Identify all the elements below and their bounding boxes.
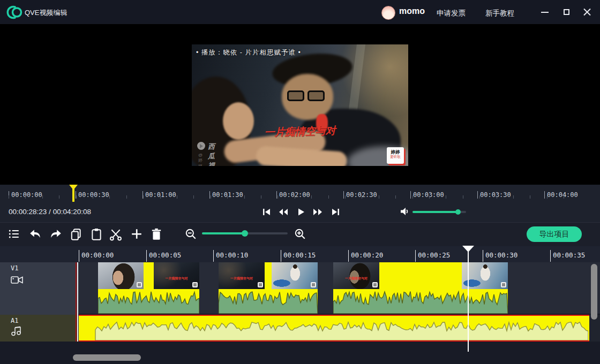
thumbnail-subtitle: 一片痴情空与对	[333, 276, 379, 281]
corner-badge-name: 婷婷	[387, 150, 404, 155]
title-bar: QVE视频编辑 momo 申请发票 新手教程	[0, 0, 600, 24]
timeline-tick-label: 00:00:00	[79, 250, 114, 262]
time-divider: /	[49, 208, 51, 216]
fast-forward-icon[interactable]	[311, 206, 325, 218]
thumbnail-badge-icon	[258, 282, 263, 287]
horizontal-scrollbar[interactable]	[73, 354, 141, 361]
clip-thumbnail: 一片痴情空与对	[219, 262, 265, 289]
video-waveform	[333, 289, 508, 314]
timeline-tick-label: 00:00:15	[281, 250, 316, 262]
skip-start-icon[interactable]	[260, 206, 274, 218]
paste-icon[interactable]	[90, 228, 103, 240]
app-window: QVE视频编辑 momo 申请发票 新手教程 • 播放：晓依 - 片片相思赋予谁…	[0, 0, 600, 364]
timeline-start-marker	[76, 262, 77, 342]
undo-icon[interactable]	[29, 228, 42, 240]
seek-minor-ticks	[9, 195, 571, 199]
clip-thumbnail: 一片痴情空与对	[154, 262, 199, 289]
clip-thumbnail: 一片痴情空与对	[333, 262, 379, 289]
vertical-scrollbar[interactable]	[591, 264, 597, 320]
video-frame[interactable]: • 播放：晓依 - 片片相思赋予谁 • 一片痴情空与对 西瓜视频 @婷婷爱听歌 …	[192, 44, 408, 166]
close-icon[interactable]	[583, 8, 591, 16]
user-avatar[interactable]	[381, 6, 395, 20]
thumbnail-badge-icon	[137, 282, 142, 287]
video-waveform	[98, 289, 199, 314]
current-time: 00:00:28:23	[9, 208, 47, 216]
scene-glasses-left	[287, 90, 304, 101]
video-camera-icon	[11, 275, 24, 287]
thumbnail-subtitle: 一片痴情空与对	[219, 276, 265, 281]
corner-badge-sub: 爱听歌	[387, 155, 404, 159]
rewind-icon[interactable]	[276, 206, 290, 218]
add-icon[interactable]	[130, 228, 143, 240]
clip-thumbnail	[98, 262, 144, 289]
thumbnail-badge-icon	[311, 282, 316, 287]
maximize-icon[interactable]	[564, 9, 569, 15]
zoom-in-icon[interactable]	[294, 228, 306, 240]
cut-icon[interactable]	[109, 228, 122, 240]
timecode-display: 00:00:28:23 / 00:04:20:08	[9, 208, 91, 216]
timeline-tick-label: 00:00:35	[550, 250, 585, 262]
transport-bar: 00:00:28:23 / 00:04:20:08	[0, 202, 600, 222]
video-clip[interactable]: 一片痴情空与对	[98, 262, 199, 314]
volume-icon[interactable]	[400, 207, 409, 218]
thumbnail-badge-icon	[501, 282, 506, 287]
track-header-v1[interactable]: V1	[0, 262, 78, 315]
watermark-icon	[197, 142, 205, 150]
watermark-brand: 西瓜视频	[208, 142, 215, 166]
thumbnail-badge-icon	[192, 282, 198, 287]
track-label-a1: A1	[11, 317, 18, 324]
menu-invoice[interactable]: 申请发票	[437, 9, 466, 18]
user-name[interactable]: momo	[399, 6, 425, 16]
minimize-icon[interactable]	[541, 12, 549, 13]
timeline-tick-label: 00:00:30	[483, 250, 518, 262]
clip-list-icon[interactable]	[8, 228, 20, 240]
audio-waveform	[79, 316, 588, 340]
total-duration: 00:04:20:08	[53, 208, 91, 216]
app-title: QVE视频编辑	[25, 8, 67, 18]
zoom-out-icon[interactable]	[184, 228, 197, 240]
timeline-ruler[interactable]: 00:00:00 00:00:05 00:00:10 00:00:15 00:0…	[0, 246, 600, 262]
export-project-button[interactable]: 导出项目	[527, 226, 582, 242]
track-label-v1: V1	[11, 264, 18, 272]
track-header-a1[interactable]: A1	[0, 315, 78, 342]
audio-clip[interactable]	[79, 315, 589, 342]
corner-badge: 婷婷 爱听歌	[387, 147, 404, 164]
delete-icon[interactable]	[150, 228, 163, 240]
play-icon[interactable]	[294, 206, 308, 218]
timeline-zoom-fill	[202, 232, 245, 234]
scene-glasses-right	[308, 90, 325, 101]
timeline-tick-label: 00:00:20	[348, 250, 383, 262]
timeline-zoom-knob[interactable]	[242, 230, 248, 237]
copy-icon[interactable]	[70, 228, 82, 240]
timeline-tick-label: 00:00:10	[213, 250, 248, 262]
watermark-user: @婷婷爱听歌	[198, 153, 202, 166]
timeline-zoom-slider[interactable]	[202, 232, 288, 234]
skip-end-icon[interactable]	[328, 206, 342, 218]
thumbnail-subtitle: 一片痴情空与对	[154, 276, 199, 281]
seek-playhead-line[interactable]	[72, 188, 74, 202]
volume-slider-fill	[412, 211, 458, 213]
video-clip[interactable]: 一片痴情空与对	[333, 262, 508, 314]
track-area: V1 A1	[0, 262, 600, 364]
preview-area: • 播放：晓依 - 片片相思赋予谁 • 一片痴情空与对 西瓜视频 @婷婷爱听歌 …	[0, 24, 600, 185]
now-playing-overlay: • 播放：晓依 - 片片相思赋予谁 •	[196, 48, 301, 57]
timeline-playhead-line[interactable]	[468, 247, 469, 352]
timeline-tick-label: 00:00:25	[415, 250, 450, 262]
redo-icon[interactable]	[49, 228, 62, 240]
music-note-icon	[11, 325, 22, 338]
video-clip[interactable]: 一片痴情空与对	[219, 262, 318, 314]
seek-ruler[interactable]: 00:00:00 00:00:30 00:01:00 00:01:30 00:0…	[0, 185, 600, 202]
thumbnail-badge-icon	[372, 282, 378, 287]
timeline-tick-label: 00:00:05	[146, 250, 181, 262]
track-area-boundary	[77, 262, 78, 342]
volume-slider[interactable]	[412, 211, 466, 213]
volume-slider-knob[interactable]	[455, 209, 461, 215]
clip-thumbnail	[272, 262, 318, 289]
video-waveform	[219, 289, 318, 314]
menu-tutorial[interactable]: 新手教程	[485, 9, 514, 18]
app-logo-icon	[6, 5, 23, 20]
